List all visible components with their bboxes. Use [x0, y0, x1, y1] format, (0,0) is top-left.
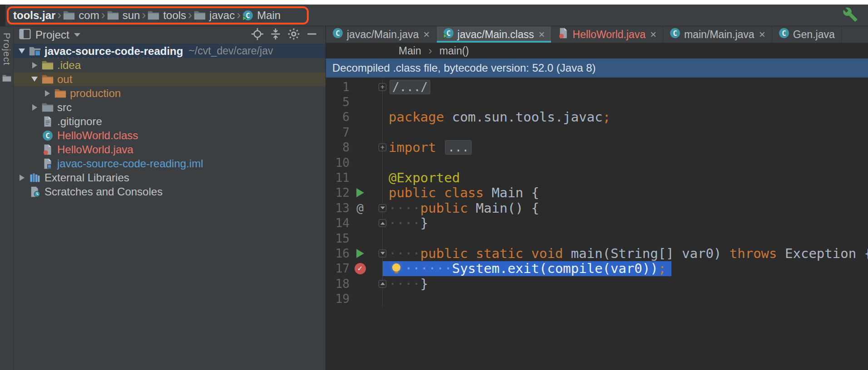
- collapse-arrow-icon[interactable]: [32, 62, 37, 68]
- tab-label: Gen.java: [793, 29, 835, 41]
- code-line-10[interactable]: 10: [326, 155, 868, 170]
- code-text[interactable]: [382, 231, 868, 246]
- code-text[interactable]: ····}: [382, 276, 868, 291]
- tree-item-production[interactable]: production: [14, 86, 326, 100]
- code-line-15[interactable]: 15: [326, 231, 868, 246]
- code-text[interactable]: ······System.exit(compile(var0));: [382, 261, 868, 276]
- code-text[interactable]: import ...: [382, 140, 868, 155]
- class-icon: C: [332, 28, 343, 41]
- folder-icon: [107, 10, 119, 20]
- tree-item-external-libraries[interactable]: External Libraries: [14, 170, 326, 185]
- tool-window-stripe-project[interactable]: Project: [1, 33, 12, 65]
- code-line-16[interactable]: 16····public static void main(String[] v…: [326, 246, 868, 261]
- iml-file-icon: [41, 158, 54, 169]
- code-text[interactable]: public class Main {: [382, 185, 868, 200]
- breadcrumb-item-tools[interactable]: tools: [148, 9, 186, 22]
- breadcrumb-item-com[interactable]: com: [63, 9, 99, 22]
- collapse-arrow-icon[interactable]: [20, 175, 25, 181]
- code-text[interactable]: [382, 125, 868, 140]
- collapse-all-button[interactable]: [266, 28, 285, 42]
- code-line-7[interactable]: 7: [326, 125, 868, 140]
- wrench-icon: [843, 7, 858, 24]
- code-text[interactable]: [382, 94, 868, 109]
- fold-marker-icon[interactable]: [379, 83, 386, 91]
- libraries-icon: [28, 172, 42, 183]
- editor-crumb-main[interactable]: Main: [399, 45, 421, 57]
- tree-item-idea[interactable]: .idea: [14, 58, 326, 72]
- fold-marker-icon[interactable]: [379, 219, 386, 227]
- code-line-11[interactable]: 11@Exported: [326, 170, 868, 185]
- expand-arrow-icon[interactable]: [31, 77, 38, 82]
- code-line-19[interactable]: 19: [326, 291, 868, 306]
- code-line-8[interactable]: 8import ...: [326, 140, 868, 155]
- code-text[interactable]: package com.sun.tools.javac;: [382, 110, 868, 125]
- tree-item-helloworld-java[interactable]: HelloWorld.java: [14, 142, 326, 156]
- code-text[interactable]: [382, 291, 868, 306]
- line-number: 10: [326, 156, 350, 170]
- breadcrumb-highlight-box: tools.jar›com›sun›tools›javac›CMain: [7, 6, 309, 24]
- close-tab-icon[interactable]: ×: [424, 29, 430, 40]
- close-tab-icon[interactable]: ×: [759, 29, 765, 40]
- collapse-arrow-icon[interactable]: [32, 104, 37, 111]
- code-line-14[interactable]: 14····}: [326, 216, 868, 231]
- line-number: 16: [326, 247, 350, 260]
- breadcrumb-item-tools-jar[interactable]: tools.jar: [13, 9, 55, 22]
- banner-text: Decompiled .class file, bytecode version…: [332, 62, 596, 74]
- tree-item-src[interactable]: src: [14, 100, 326, 114]
- gutter-icons: ✓: [350, 263, 370, 274]
- locate-button[interactable]: [248, 28, 266, 42]
- code-text[interactable]: @Exported: [382, 170, 868, 185]
- code-line-6[interactable]: 6package com.sun.tools.javac;: [326, 110, 868, 125]
- close-tab-icon[interactable]: ×: [538, 29, 545, 40]
- chevron-down-icon[interactable]: [74, 33, 80, 37]
- tree-item-scratches-and-consoles[interactable]: Scratches and Consoles: [14, 185, 326, 199]
- code-text[interactable]: ····}: [382, 216, 868, 231]
- tree-item-javac-source-code-reading[interactable]: javac-source-code-reading~/cvt_dev/care/…: [14, 44, 326, 58]
- run-arrow-icon[interactable]: [356, 188, 364, 197]
- code-line-5[interactable]: 5: [326, 94, 868, 109]
- hide-button[interactable]: [303, 28, 321, 42]
- code-text[interactable]: ····public static void main(String[] var…: [382, 246, 868, 261]
- editor-tab-gen-java[interactable]: CGen.java: [772, 26, 842, 43]
- settings-button[interactable]: [285, 28, 303, 42]
- breadcrumb-item-javac[interactable]: javac: [194, 9, 235, 22]
- breadcrumb-item-main[interactable]: CMain: [242, 9, 281, 22]
- tree-item-out[interactable]: out: [14, 72, 326, 86]
- code-text[interactable]: ····public Main() {: [382, 200, 868, 215]
- code-line-18[interactable]: 18····}: [326, 276, 868, 291]
- breadcrumb-item-sun[interactable]: sun: [107, 9, 140, 22]
- code-editor[interactable]: 1/.../56package com.sun.tools.javac;78im…: [326, 78, 868, 370]
- code-text[interactable]: [382, 155, 868, 170]
- line-number: 11: [326, 171, 350, 185]
- code-line-17[interactable]: 17✓······System.exit(compile(var0));: [326, 261, 868, 276]
- code-line-13[interactable]: 13@····public Main() {: [326, 200, 868, 215]
- breakpoint-icon[interactable]: ✓: [355, 263, 366, 274]
- tree-item-label: External Libraries: [44, 171, 129, 184]
- java-file-icon: [558, 28, 569, 41]
- code-line-12[interactable]: 12public class Main {: [326, 185, 868, 200]
- fold-marker-icon[interactable]: [379, 249, 386, 257]
- editor-tab-main-main-java[interactable]: Cmain/Main.java×: [663, 26, 772, 43]
- expand-arrow-icon[interactable]: [19, 49, 25, 54]
- fold-marker-icon[interactable]: [379, 204, 386, 212]
- tree-item-gitignore[interactable]: .gitignore: [14, 114, 326, 128]
- folder-icon: [63, 10, 75, 20]
- run-arrow-icon[interactable]: [356, 249, 364, 258]
- breadcrumb-separator: ›: [188, 9, 192, 21]
- collapse-arrow-icon[interactable]: [45, 90, 50, 97]
- editor-crumb-main[interactable]: main(): [439, 45, 469, 57]
- tree-item-helloworld-class[interactable]: CHelloWorld.class: [14, 128, 326, 142]
- code-line-1[interactable]: 1/.../: [326, 79, 868, 94]
- fold-marker-icon[interactable]: [379, 144, 386, 151]
- editor-tab-helloworld-java[interactable]: HelloWorld.java×: [552, 26, 663, 43]
- editor-tab-javac-main-java[interactable]: Cjavac/Main.java×: [326, 26, 437, 43]
- code-text[interactable]: /.../: [382, 79, 868, 94]
- editor-tab-javac-main-class[interactable]: Cjavac/Main.class×: [437, 26, 552, 43]
- fold-marker-icon[interactable]: [379, 280, 386, 287]
- close-tab-icon[interactable]: ×: [650, 29, 656, 40]
- stripe-folder-icon[interactable]: [2, 74, 11, 84]
- intention-bulb-icon[interactable]: [389, 263, 404, 273]
- tree-item-javac-source-code-reading-iml[interactable]: javac-source-code-reading.iml: [14, 156, 326, 170]
- build-project-button[interactable]: [843, 7, 858, 24]
- fold-column: [370, 291, 382, 306]
